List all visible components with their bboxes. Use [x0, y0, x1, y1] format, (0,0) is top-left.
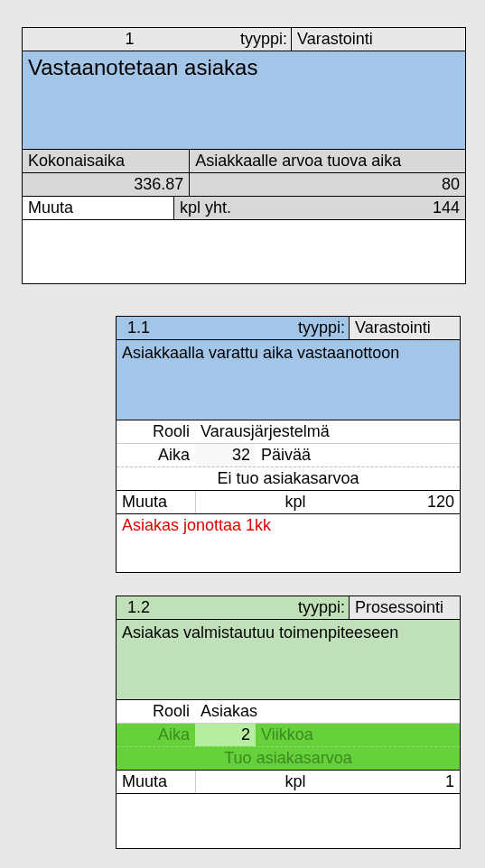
aika-label: Aika: [117, 444, 195, 466]
kplyht-value: 144: [427, 197, 465, 219]
box1-id: 1: [23, 28, 237, 51]
kpl-label: kpl: [195, 491, 395, 513]
box1-title: Vastaanotetaan asiakas: [23, 51, 465, 150]
box3-notes-area: [117, 794, 460, 848]
box3-id: 1.2: [117, 596, 294, 619]
box3-aika-value: 2: [195, 724, 256, 746]
box3-header: 1.2 tyyppi: Prosessointi: [117, 596, 460, 620]
kpl-label: kpl: [195, 771, 395, 793]
box2-title: Asiakkaalla varattu aika vastaanottoon: [117, 340, 460, 420]
box1-time-values: 336.87 80: [23, 173, 465, 197]
box2-value-status: Ei tuo asiakasarvoa: [117, 467, 460, 491]
box1-time-labels: Kokonaisaika Asiakkaalle arvoa tuova aik…: [23, 150, 465, 173]
process-box-1-1: 1.1 tyyppi: Varastointi Asiakkaalla vara…: [116, 316, 461, 573]
box2-note: Asiakas jonottaa 1kk: [117, 514, 460, 572]
box2-aika-value: 32: [195, 444, 256, 466]
box2-muuta-row: Muuta kpl 120: [117, 491, 460, 514]
type-label: tyyppi:: [294, 596, 349, 619]
muuta-label: Muuta: [23, 197, 173, 219]
box3-rooli-row: Rooli Asiakas: [117, 700, 460, 724]
box3-muuta-row: Muuta kpl 1: [117, 771, 460, 794]
rooli-label: Rooli: [117, 420, 195, 443]
type-label: tyyppi:: [294, 317, 349, 339]
box3-aika-unit: Viikkoa: [256, 724, 460, 746]
box2-rooli: Varausjärjestelmä: [195, 420, 460, 443]
box3-type: Prosessointi: [349, 596, 460, 619]
box2-type: Varastointi: [349, 317, 460, 339]
box3-value-status: Tuo asiakasarvoa: [117, 747, 460, 771]
box3-rooli: Asiakas: [195, 700, 460, 723]
box2-rooli-row: Rooli Varausjärjestelmä: [117, 420, 460, 444]
rooli-label: Rooli: [117, 700, 195, 723]
muuta-label: Muuta: [117, 491, 195, 513]
value-time-label: Asiakkaalle arvoa tuova aika: [189, 150, 465, 172]
box1-bottom-row: Muuta kpl yht. 144: [23, 197, 465, 220]
box1-header: 1 tyyppi: Varastointi: [23, 28, 465, 51]
box2-header: 1.1 tyyppi: Varastointi: [117, 317, 460, 340]
total-time-label: Kokonaisaika: [23, 150, 189, 172]
box3-aika-row: Aika 2 Viikkoa: [117, 724, 460, 747]
process-box-1: 1 tyyppi: Varastointi Vastaanotetaan asi…: [22, 27, 466, 284]
type-label: tyyppi:: [237, 28, 291, 51]
process-box-1-2: 1.2 tyyppi: Prosessointi Asiakas valmist…: [116, 596, 461, 849]
kplyht-label: kpl yht.: [173, 197, 427, 219]
box3-title: Asiakas valmistautuu toimenpiteeseen: [117, 620, 460, 700]
total-time-value: 336.87: [23, 173, 189, 196]
box2-aika-unit: Päivää: [256, 444, 460, 466]
box2-id: 1.1: [117, 317, 294, 339]
muuta-label: Muuta: [117, 771, 195, 793]
box2-aika-row: Aika 32 Päivää: [117, 444, 460, 467]
box2-kpl-value: 120: [395, 491, 460, 513]
box3-kpl-value: 1: [395, 771, 460, 793]
aika-label: Aika: [117, 724, 195, 746]
box1-notes-area: [23, 220, 465, 283]
value-time-value: 80: [189, 173, 465, 196]
box1-type: Varastointi: [291, 28, 465, 51]
